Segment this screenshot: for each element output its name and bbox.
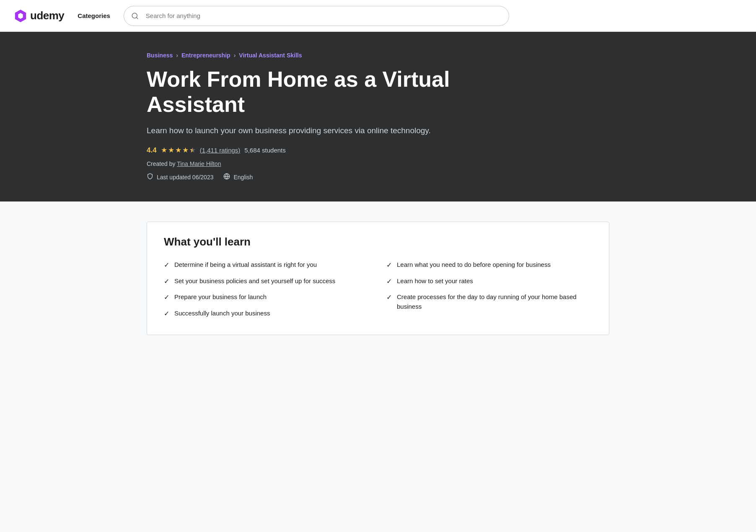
learn-item-3: ✓ Prepare your business for launch (164, 292, 370, 302)
language-text: English (233, 174, 253, 181)
breadcrumb-sep-2: › (234, 52, 236, 59)
breadcrumb: Business › Entrepreneurship › Virtual As… (147, 52, 609, 59)
learn-section: What you'll learn ✓ Determine if being a… (127, 222, 629, 335)
breadcrumb-business[interactable]: Business (147, 52, 173, 59)
meta-row: Last updated 06/2023 English (147, 173, 609, 181)
learn-title: What you'll learn (164, 235, 592, 248)
logo-text: udemy (30, 9, 64, 22)
globe-icon (223, 173, 230, 181)
search-icon (131, 12, 139, 20)
checkmark-icon-1: ✓ (164, 261, 169, 269)
learn-grid: ✓ Determine if being a virtual assistant… (164, 260, 592, 318)
star-2: ★ (168, 146, 174, 155)
svg-line-1 (136, 17, 137, 18)
categories-button[interactable]: Categories (74, 10, 114, 22)
learn-column-right: ✓ Learn what you need to do before openi… (386, 260, 592, 318)
learn-text-7: Create processes for the day to day runn… (397, 292, 592, 311)
checkmark-icon-4: ✓ (164, 310, 169, 318)
hero-section: Business › Entrepreneurship › Virtual As… (0, 32, 756, 201)
checkmark-icon-2: ✓ (164, 277, 169, 285)
ratings-link[interactable]: (1,411 ratings) (200, 147, 241, 154)
learn-item-1: ✓ Determine if being a virtual assistant… (164, 260, 370, 270)
learn-text-5: Learn what you need to do before opening… (397, 260, 551, 270)
breadcrumb-entrepreneurship[interactable]: Entrepreneurship (181, 52, 230, 59)
created-by-row: Created by Tina Marie Hilton (147, 160, 609, 167)
star-5-half: ★ ★ (189, 146, 196, 155)
created-by-label: Created by (147, 160, 175, 167)
learn-item-2: ✓ Set your business policies and set you… (164, 276, 370, 286)
star-1: ★ (161, 146, 167, 155)
learn-box: What you'll learn ✓ Determine if being a… (147, 222, 609, 335)
logo[interactable]: udemy (13, 9, 64, 23)
course-title: Work From Home as a Virtual Assistant (147, 67, 524, 117)
breadcrumb-virtual-assistant-skills[interactable]: Virtual Assistant Skills (239, 52, 302, 59)
stars: ★ ★ ★ ★ ★ ★ (161, 146, 196, 155)
instructor-link[interactable]: Tina Marie Hilton (177, 160, 221, 167)
checkmark-icon-5: ✓ (386, 261, 392, 269)
header: udemy Categories (0, 0, 756, 32)
students-count: 5,684 students (244, 147, 285, 154)
udemy-logo-icon (13, 9, 28, 23)
rating-score: 4.4 (147, 146, 157, 155)
learn-text-4: Successfully launch your business (174, 309, 270, 318)
learn-text-3: Prepare your business for launch (174, 292, 267, 302)
learn-text-1: Determine if being a virtual assistant i… (174, 260, 317, 270)
learn-item-6: ✓ Learn how to set your rates (386, 276, 592, 286)
search-bar (124, 6, 509, 26)
learn-text-6: Learn how to set your rates (397, 276, 473, 286)
language-item: English (223, 173, 253, 181)
learn-item-7: ✓ Create processes for the day to day ru… (386, 292, 592, 311)
rating-row: 4.4 ★ ★ ★ ★ ★ ★ (1,411 ratings) 5,684 st… (147, 146, 609, 155)
search-input[interactable] (124, 6, 509, 26)
checkmark-icon-3: ✓ (164, 293, 169, 301)
shield-icon (147, 173, 153, 181)
learn-item-5: ✓ Learn what you need to do before openi… (386, 260, 592, 270)
star-4: ★ (182, 146, 189, 155)
last-updated-item: Last updated 06/2023 (147, 173, 213, 181)
learn-text-2: Set your business policies and set yours… (174, 276, 335, 286)
learn-column-left: ✓ Determine if being a virtual assistant… (164, 260, 370, 318)
learn-item-4: ✓ Successfully launch your business (164, 309, 370, 318)
course-subtitle: Learn how to launch your own business pr… (147, 125, 524, 137)
checkmark-icon-7: ✓ (386, 293, 392, 301)
checkmark-icon-6: ✓ (386, 277, 392, 285)
breadcrumb-sep-1: › (176, 52, 178, 59)
last-updated-text: Last updated 06/2023 (157, 174, 213, 181)
star-3: ★ (175, 146, 181, 155)
